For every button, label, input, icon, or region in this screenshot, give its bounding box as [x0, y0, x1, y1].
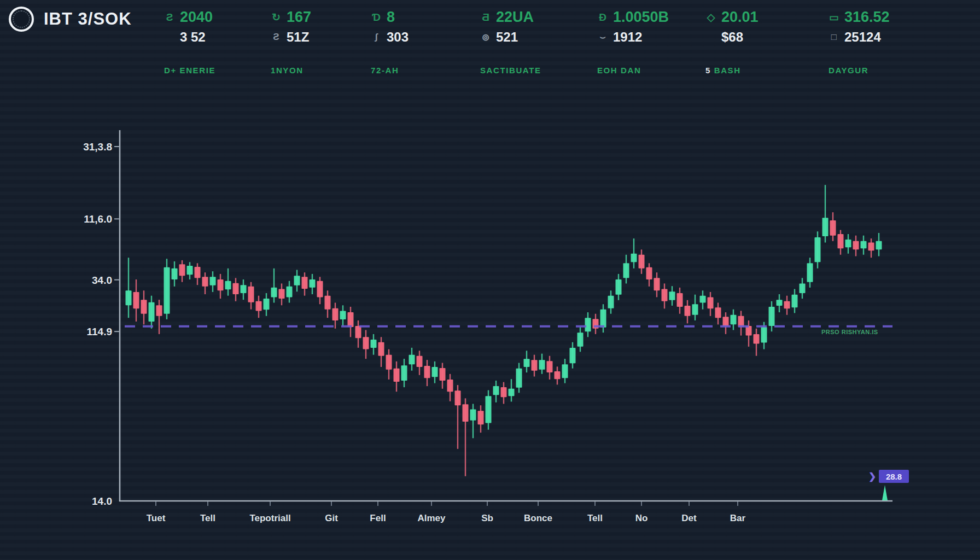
candle-body	[455, 390, 461, 405]
candle-body	[294, 276, 300, 285]
stat2-icon: ↻	[271, 11, 282, 24]
svg-text:Bonce: Bonce	[524, 513, 552, 523]
x-axis-labels: TuetTellTepotriallGitFellAlmeySbBonceTel…	[147, 501, 746, 523]
stat2-value: 167	[287, 9, 311, 26]
candle-body	[363, 337, 369, 349]
y-axis-labels: 31,3.811,6.034.0114.914.0	[83, 141, 120, 507]
stat4-sub-icon: ⊚	[480, 32, 491, 43]
candle-body	[555, 371, 561, 379]
stat5-icon: Ð	[597, 11, 608, 24]
candle-body	[631, 254, 637, 262]
candle-body	[187, 266, 193, 275]
candle-body	[447, 380, 453, 392]
candle-body	[271, 288, 277, 298]
stat1-icon: Ƨ	[164, 11, 175, 24]
candle-body	[639, 255, 645, 269]
candle-body	[876, 241, 882, 250]
svg-text:34.0: 34.0	[92, 275, 112, 286]
stat-column-7: ▭316.52 □25124 DAYGUR	[829, 9, 890, 45]
stat7-sub-value: 25124	[844, 30, 881, 45]
candle-body	[547, 361, 553, 372]
stat2-label: 1NYON	[271, 66, 304, 75]
candle-body	[623, 263, 629, 278]
page-title: IBT 3/SOK	[44, 9, 132, 29]
candle-body	[585, 318, 591, 331]
candle-body	[662, 289, 668, 301]
candle-body	[218, 279, 224, 290]
candle-body	[241, 285, 247, 293]
candle-body	[493, 386, 499, 395]
stat6-label: BASH	[714, 66, 741, 75]
candles-layer	[126, 185, 882, 476]
candle-body	[478, 411, 484, 424]
candle-body	[371, 340, 377, 348]
stat1-value: 2040	[180, 9, 213, 26]
candle-body	[646, 267, 652, 279]
svg-text:Tell: Tell	[587, 513, 603, 523]
stat7-value: 316.52	[844, 9, 890, 26]
candle-body	[440, 368, 446, 381]
last-price-value: 28.8	[886, 472, 902, 481]
candle-body	[845, 240, 851, 247]
candle-body	[570, 348, 576, 363]
candle-body	[600, 310, 606, 328]
candle-body	[233, 283, 239, 294]
candle-body	[310, 279, 316, 288]
stat3-sub-icon: ʃ	[371, 32, 382, 43]
candle-body	[868, 243, 874, 251]
candle-body	[133, 292, 139, 308]
candle-body	[532, 360, 538, 371]
svg-text:No: No	[635, 513, 648, 523]
svg-text:14.0: 14.0	[92, 495, 112, 507]
svg-text:Almey: Almey	[417, 513, 446, 523]
stat3-label: 72-AH	[371, 66, 399, 75]
stat2-sub-icon: Ƨ	[271, 32, 282, 43]
candle-body	[692, 304, 698, 315]
svg-text:Git: Git	[325, 513, 338, 523]
candle-body	[325, 296, 331, 310]
support-line-label: PRSO RISHYAN.IS	[821, 329, 878, 335]
stat-column-1: Ƨ2040 3 52 D+ ENERIE	[164, 9, 213, 45]
stat7-label: DAYGUR	[829, 66, 868, 75]
candle-body	[792, 295, 798, 308]
candle-body	[248, 287, 254, 302]
svg-text:Tuet: Tuet	[147, 513, 166, 523]
candle-body	[708, 297, 714, 308]
candle-body	[516, 369, 522, 388]
stat3-icon: Ɗ	[371, 11, 382, 24]
svg-text:Tell: Tell	[200, 513, 215, 523]
svg-text:114.9: 114.9	[87, 326, 113, 337]
candle-body	[225, 281, 231, 290]
candle-body	[463, 404, 469, 422]
candle-body	[172, 269, 178, 279]
candle-body	[784, 301, 790, 309]
stat-column-4: Ƌ22UA ⊚521 SACTIBUATE	[480, 9, 534, 45]
candle-body	[256, 301, 262, 311]
candle-body	[302, 277, 308, 289]
svg-text:Bar: Bar	[730, 513, 746, 523]
brand-header: IBT 3/SOK	[9, 7, 132, 32]
candle-body	[156, 305, 162, 316]
candle-body	[715, 307, 721, 318]
candle-body	[195, 267, 201, 278]
stat5-sub-icon: ⌣	[597, 32, 608, 43]
candle-body	[386, 355, 392, 370]
stat5-label: EOH DAN	[597, 66, 641, 75]
candle-body	[210, 277, 216, 285]
candle-body	[578, 332, 584, 347]
candle-body	[202, 277, 208, 287]
candle-body	[815, 237, 821, 262]
stat2-sub-value: 51Z	[287, 30, 309, 45]
candle-body	[754, 334, 760, 344]
candle-body	[279, 289, 285, 299]
candle-body	[164, 267, 170, 314]
chevron-right-icon: ❯	[868, 471, 876, 482]
candle-body	[394, 369, 400, 382]
stat6-sub-value: $68	[721, 30, 743, 45]
svg-text:31,3.8: 31,3.8	[83, 141, 112, 153]
candle-body	[417, 356, 423, 367]
ring-logo-icon	[9, 7, 34, 32]
svg-text:11,6.0: 11,6.0	[84, 213, 112, 225]
candle-body	[287, 287, 293, 298]
candle-body	[317, 281, 323, 298]
